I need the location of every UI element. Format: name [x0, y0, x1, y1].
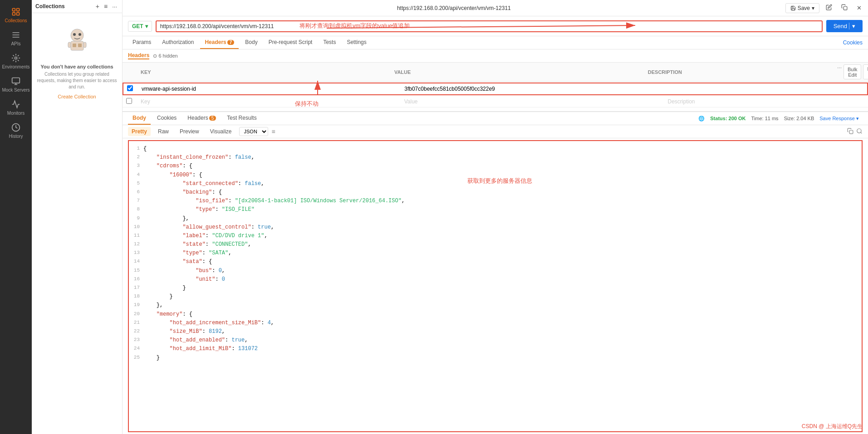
- bulk-edit-btn[interactable]: Bulk Edit: [843, 64, 861, 79]
- format-raw[interactable]: Raw: [154, 127, 172, 136]
- sidebar-item-history[interactable]: History: [0, 119, 32, 142]
- svg-rect-14: [83, 42, 86, 48]
- collections-title: Collections: [35, 3, 93, 10]
- value-column-header: VALUE: [392, 69, 646, 75]
- sidebar: Collections APIs Environments Mock Serve…: [0, 0, 32, 434]
- empty-desc: Collections let you group related reques…: [35, 71, 118, 90]
- description-column-header: DESCRIPTION: [646, 69, 837, 75]
- json-line-4: 4 "16000": {: [131, 171, 860, 180]
- send-dropdown-icon[interactable]: ▾: [849, 23, 855, 29]
- table-actions: ··· Bulk Edit Presets ▾: [837, 64, 864, 79]
- close-icon-btn[interactable]: ✕: [854, 3, 864, 13]
- tab-headers[interactable]: Headers7: [200, 36, 239, 49]
- request-bar: GET ▾ Send ▾: [123, 16, 868, 36]
- tab-settings[interactable]: Settings: [342, 36, 371, 49]
- row1-value[interactable]: 3fb07c0beefcc581cb05005f0cc322e9: [402, 86, 665, 92]
- sidebar-item-apis[interactable]: APIs: [0, 27, 32, 50]
- tab-params[interactable]: Params: [128, 36, 156, 49]
- svg-point-7: [71, 29, 83, 42]
- row1-checkbox-cell[interactable]: [127, 85, 140, 93]
- json-line-6: 6 "backing": {: [131, 188, 860, 197]
- sidebar-item-collections[interactable]: Collections: [0, 4, 32, 27]
- size-text: Size: 2.04 KB: [784, 116, 814, 121]
- sidebar-environments-label: Environments: [2, 64, 29, 69]
- copy-icon-btn[interactable]: [839, 3, 850, 13]
- url-input[interactable]: [156, 20, 823, 32]
- add-collection-btn[interactable]: +: [94, 3, 101, 10]
- kv-row-placeholder: Key Value Description: [123, 96, 868, 107]
- json-line-18: 18 }: [131, 293, 860, 301]
- format-pretty[interactable]: Pretty: [128, 127, 151, 136]
- save-label: Save: [798, 5, 810, 11]
- sidebar-item-environments[interactable]: Environments: [0, 50, 32, 73]
- presets-btn[interactable]: Presets ▾: [863, 64, 868, 79]
- row1-key[interactable]: vmware-api-session-id: [140, 86, 402, 92]
- collections-empty-state: You don't have any collections Collectio…: [32, 13, 122, 105]
- response-tab-test-results[interactable]: Test Results: [222, 112, 261, 125]
- send-button[interactable]: Send ▾: [826, 20, 863, 32]
- svg-rect-12: [78, 44, 82, 47]
- response-tab-headers[interactable]: Headers5: [183, 112, 221, 125]
- format-select[interactable]: JSON XML HTML Text: [239, 127, 268, 136]
- json-line-22: 22 "size_MiB": 8192,: [131, 327, 860, 336]
- tab-pre-request[interactable]: Pre-request Script: [264, 36, 317, 49]
- cookies-link[interactable]: Cookies: [843, 39, 863, 46]
- row1-checkbox[interactable]: [127, 85, 133, 91]
- save-dropdown-icon: ▾: [812, 5, 814, 11]
- wrap-icon[interactable]: ≡: [272, 128, 275, 135]
- json-line-20: 20 "memory": {: [131, 310, 860, 319]
- tab-body[interactable]: Body: [240, 36, 262, 49]
- headers-subtabs: Headers ⊙ 6 hidden: [123, 49, 868, 63]
- json-line-9: 9 },: [131, 215, 860, 223]
- svg-rect-13: [68, 42, 71, 48]
- list-view-btn[interactable]: ≡: [103, 3, 109, 10]
- search-response-btn[interactable]: [856, 128, 863, 136]
- response-status: 🌐 Status: 200 OK Time: 11 ms Size: 2.04 …: [698, 116, 863, 122]
- json-line-21: 21 "hot_add_increment_size_MiB": 4,: [131, 319, 860, 327]
- create-collection-link[interactable]: Create Collection: [35, 94, 118, 99]
- empty-illustration: [59, 24, 95, 60]
- edit-icon-btn[interactable]: [823, 3, 835, 13]
- sidebar-apis-label: APIs: [11, 41, 20, 46]
- row2-desc-placeholder[interactable]: Description: [666, 98, 864, 105]
- json-line-19: 19 },: [131, 301, 860, 310]
- response-tab-cookies[interactable]: Cookies: [152, 112, 181, 125]
- svg-rect-5: [12, 78, 20, 83]
- svg-rect-1: [17, 9, 20, 11]
- row2-checkbox[interactable]: [126, 98, 132, 104]
- json-line-17: 17 }: [131, 284, 860, 293]
- json-line-11: 11 "label": "CD/DVD drive 1",: [131, 232, 860, 240]
- format-visualize[interactable]: Visualize: [206, 127, 235, 136]
- json-line-16: 16 "unit": 0: [131, 275, 860, 284]
- method-select[interactable]: GET ▾: [128, 21, 152, 32]
- row2-value-placeholder[interactable]: Value: [402, 98, 666, 105]
- sidebar-item-monitors[interactable]: Monitors: [0, 96, 32, 119]
- sidebar-history-label: History: [9, 134, 23, 139]
- json-line-5: 5 "start_connected": false,: [131, 180, 860, 188]
- json-line-15: 15 "bus": 0,: [131, 267, 860, 275]
- more-icon[interactable]: ···: [837, 64, 842, 79]
- save-button[interactable]: Save ▾: [785, 3, 819, 13]
- response-toolbar: Pretty Raw Preview Visualize JSON XML HT…: [123, 125, 868, 138]
- row2-checkbox-cell[interactable]: [126, 98, 139, 105]
- svg-rect-15: [843, 6, 847, 10]
- tab-tests[interactable]: Tests: [319, 36, 340, 49]
- sidebar-item-mock-servers[interactable]: Mock Servers: [0, 73, 32, 96]
- svg-rect-2: [13, 13, 15, 15]
- headers-subtab[interactable]: Headers: [128, 52, 149, 59]
- svg-rect-16: [849, 130, 853, 134]
- json-line-24: 24 "hot_add_limit_MiB": 131072: [131, 345, 860, 353]
- json-viewer[interactable]: 1{2 "instant_clone_frozen": false,3 "cdr…: [128, 140, 863, 432]
- tab-authorization[interactable]: Authorization: [157, 36, 198, 49]
- format-preview[interactable]: Preview: [176, 127, 203, 136]
- kv-row-active: vmware-api-session-id 3fb07c0beefcc581cb…: [123, 83, 868, 95]
- response-tabs-row: Body Cookies Headers5 Test Results 🌐 Sta…: [123, 112, 868, 125]
- save-response-btn[interactable]: Save Response ▾: [819, 116, 859, 122]
- sidebar-collections-label: Collections: [5, 18, 27, 23]
- row2-key-placeholder[interactable]: Key: [139, 98, 402, 105]
- method-label: GET: [132, 23, 143, 29]
- more-options-btn[interactable]: ···: [111, 3, 118, 10]
- response-tab-body[interactable]: Body: [128, 112, 151, 125]
- copy-response-btn[interactable]: [847, 128, 853, 136]
- json-line-3: 3 "cdroms": {: [131, 162, 860, 171]
